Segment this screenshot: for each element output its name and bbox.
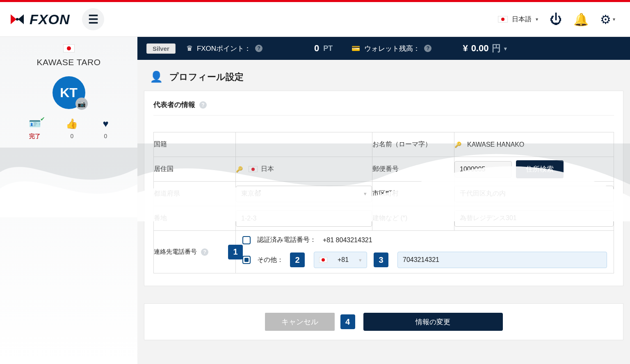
checkbox-unchecked-icon[interactable] [242, 236, 251, 244]
likes-count: 0 [70, 133, 73, 139]
step-badge-4: 4 [340, 314, 355, 329]
prefecture-label: 都道府県 [154, 182, 236, 206]
verification-status[interactable]: 🪪✔ 完了 [29, 118, 41, 140]
phone-label: 連絡先電話番号 [154, 248, 197, 255]
language-label: 日本語 [512, 15, 532, 24]
settings-menu[interactable]: ⚙ ▾ [600, 12, 615, 27]
japan-flag-icon [498, 16, 508, 23]
step-badge-2: 2 [290, 253, 305, 267]
currency-symbol: ¥ [463, 43, 468, 54]
help-icon[interactable]: ? [424, 45, 431, 52]
verified-phone-label: 認証済み電話番号： [257, 236, 316, 244]
svg-point-0 [16, 18, 18, 20]
residence-label: 居住国 [154, 157, 236, 182]
avatar-initials: KT [60, 85, 78, 100]
hamburger-icon: ☰ [88, 13, 98, 26]
prefecture-value: 東京都 [241, 189, 261, 198]
building-input[interactable]: 為替レジデンス301 [454, 210, 614, 227]
points-label: FXONポイント： [197, 44, 251, 53]
nationality-cell [236, 132, 372, 157]
camera-icon[interactable]: 📷 [75, 98, 88, 110]
action-bar: キャンセル 4 情報の変更 [144, 303, 623, 340]
postal-cell: 1000005 住所検索 [454, 157, 614, 182]
cancel-button[interactable]: キャンセル [265, 313, 335, 331]
wallet-section: 💳 ウォレット残高： ? [352, 44, 431, 53]
verified-phone-option[interactable]: 認証済み電話番号： +81 8043214321 [242, 236, 607, 244]
profile-form-table: 国籍 お名前（ローマ字） 🔑KAWASE HANAKO 居住国 🔑日本 郵便番号 [153, 132, 614, 273]
chevron-down-icon: ▾ [359, 257, 362, 263]
logo-text: FXON [30, 11, 70, 27]
name-value: KAWASE HANAKO [467, 141, 524, 148]
heart-icon: ♥ [103, 118, 108, 130]
building-label: 建物など (*) [372, 206, 454, 231]
postal-label: 郵便番号 [372, 157, 454, 182]
street-input[interactable]: 1-2-3 [236, 210, 372, 227]
city-input[interactable]: 千代田区丸の内 [454, 186, 614, 202]
user-country-flag-icon [63, 44, 75, 52]
check-icon: ✔ [40, 116, 45, 122]
status-label: 完了 [29, 133, 41, 140]
help-icon[interactable]: ? [199, 101, 207, 109]
verified-phone-value: +81 8043214321 [323, 237, 372, 244]
info-bar: Silver ♛ FXONポイント： ? 0 PT 💳 ウォレット残高： ? ¥… [137, 37, 630, 60]
nationality-label: 国籍 [154, 132, 236, 157]
address-search-button[interactable]: 住所検索 [516, 160, 564, 178]
id-card-icon: 🪪✔ [29, 118, 41, 130]
logo[interactable]: FXON [9, 11, 70, 27]
phone-label-cell: 連絡先電話番号 ? 1 [154, 231, 236, 273]
points-section: ♛ FXONポイント： ? [186, 44, 262, 53]
thumbs-up-icon: 👍 [66, 118, 78, 130]
page-title: プロフィール設定 [169, 71, 244, 83]
dial-code-select[interactable]: +81 ▾ [314, 252, 367, 268]
key-icon: 🔑 [454, 141, 461, 148]
logo-mark-icon [9, 11, 25, 27]
favorites-stat[interactable]: ♥ 0 [103, 118, 108, 140]
phone-number-value: 7043214321 [403, 256, 439, 264]
key-icon: 🔑 [236, 166, 243, 173]
other-phone-option[interactable]: その他： 2 +81 ▾ 3 [242, 252, 607, 268]
help-icon[interactable]: ? [201, 248, 208, 256]
postal-value: 1000005 [460, 166, 485, 173]
tier-badge: Silver [146, 43, 176, 54]
hamburger-menu-button[interactable]: ☰ [82, 8, 104, 30]
postal-input[interactable]: 1000005 [454, 161, 512, 177]
city-label: 市区町村 [372, 182, 454, 206]
chevron-down-icon: ▾ [504, 46, 507, 52]
name-cell: 🔑KAWASE HANAKO [454, 132, 614, 157]
residence-value: 日本 [261, 165, 274, 173]
profile-panel: 代表者の情報 ? 国籍 お名前（ローマ字） 🔑KAWASE HANAKO 居住国… [144, 91, 623, 286]
person-icon: 👤 [150, 71, 163, 83]
step-badge-1: 1 [228, 245, 243, 259]
other-phone-label: その他： [257, 256, 283, 264]
wallet-label: ウォレット残高： [364, 44, 420, 53]
crown-icon: ♛ [186, 44, 193, 53]
wallet-icon: 💳 [352, 44, 360, 53]
chevron-down-icon: ▾ [536, 16, 538, 22]
wallet-amount-dropdown[interactable]: ¥ 0.00 円 ▾ [463, 42, 507, 55]
chevron-down-icon: ▾ [364, 191, 367, 197]
power-icon[interactable]: ⏻ [550, 12, 562, 26]
bell-icon[interactable]: 🔔 [573, 12, 589, 27]
likes-stat[interactable]: 👍 0 [66, 118, 78, 140]
name-label: お名前（ローマ字） [372, 132, 454, 157]
points-value-group: 0 PT [314, 43, 333, 54]
user-avatar[interactable]: KT 📷 [52, 76, 85, 109]
phone-number-input[interactable]: 7043214321 [397, 252, 607, 268]
japan-flag-icon [249, 166, 258, 172]
points-unit: PT [323, 44, 333, 53]
main-area: Silver ♛ FXONポイント： ? 0 PT 💳 ウォレット残高： ? ¥… [137, 37, 630, 364]
dial-code-value: +81 [338, 256, 349, 264]
building-value: 為替レジデンス301 [460, 214, 517, 223]
app-header: FXON ☰ 日本語 ▾ ⏻ 🔔 ⚙ ▾ [0, 2, 630, 37]
prefecture-select[interactable]: 東京都▾ [236, 186, 372, 202]
sidebar: KAWASE TARO KT 📷 🪪✔ 完了 👍 0 ♥ 0 [0, 37, 137, 364]
language-selector[interactable]: 日本語 ▾ [498, 15, 538, 24]
street-label: 番地 [154, 206, 236, 231]
checkbox-checked-icon[interactable] [242, 256, 251, 264]
city-value: 千代田区丸の内 [460, 189, 506, 198]
submit-button[interactable]: 情報の変更 [363, 313, 503, 331]
help-icon[interactable]: ? [255, 45, 262, 52]
residence-cell: 🔑日本 [236, 157, 372, 182]
sidebar-user-name: KAWASE TARO [37, 57, 100, 67]
page-heading: 👤 プロフィール設定 [137, 60, 630, 91]
